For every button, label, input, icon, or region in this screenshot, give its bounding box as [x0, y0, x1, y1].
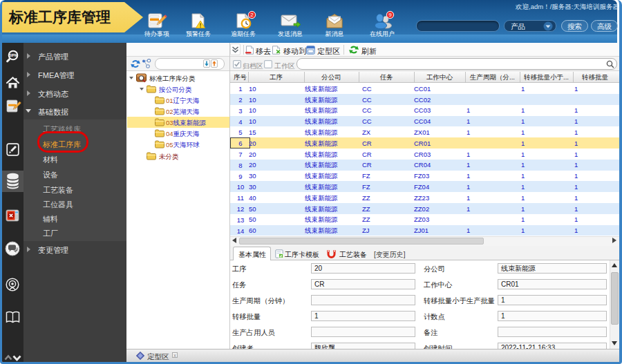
svg-text:9: 9 [388, 12, 392, 18]
svg-text:2: 2 [250, 12, 254, 18]
svg-text:SIPM: SIPM [9, 53, 17, 57]
